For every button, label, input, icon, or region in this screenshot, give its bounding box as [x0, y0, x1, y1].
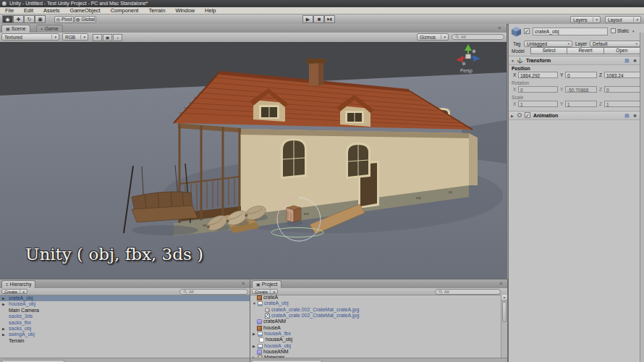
hierarchy-horizontal-scrollbar[interactable]	[0, 358, 250, 362]
project-item-crateA_obj-model[interactable]: ▼crateA_obj	[250, 300, 501, 306]
transform-component-header[interactable]: ▼ Transform ▤ ✱	[509, 56, 640, 65]
static-checkbox[interactable]	[611, 28, 616, 33]
rotate-tool-button[interactable]: ↻	[24, 15, 35, 23]
project-horizontal-scrollbar[interactable]	[250, 358, 507, 362]
rotation-z-field[interactable]: 0	[604, 86, 640, 93]
layout-dropdown[interactable]: Layout▾	[605, 16, 641, 23]
camera-projection-label[interactable]: Persp	[460, 68, 473, 73]
rotation-x-field[interactable]: 0	[518, 86, 558, 93]
menu-assets[interactable]: Assets	[38, 7, 65, 14]
animation-enabled-checkbox[interactable]: ✓	[525, 112, 530, 118]
scale-x-field[interactable]: 1	[518, 101, 558, 107]
position-y-field[interactable]: 0	[565, 72, 597, 78]
skybox-icon: ▣	[106, 35, 110, 40]
transform-icon	[517, 57, 523, 64]
skybox-toggle[interactable]: ▣	[103, 34, 112, 41]
help-book-icon[interactable]: ▤	[624, 113, 630, 119]
model-select-button[interactable]: Select	[530, 47, 567, 54]
chevron-down-icon: ▾	[51, 35, 56, 39]
menu-gameobject[interactable]: GameObject	[65, 7, 106, 14]
tab-scene[interactable]: ▦Scene	[1, 25, 30, 33]
hierarchy-search-input[interactable]: All	[179, 289, 248, 295]
gear-icon[interactable]: ✱	[633, 58, 637, 64]
tab-game[interactable]: ◗Game	[36, 25, 63, 33]
hierarchy-create-button[interactable]: Create▾	[1, 289, 27, 294]
active-checkbox[interactable]: ✓	[524, 28, 530, 34]
axis-label-x: X	[513, 87, 516, 93]
foldout-icon[interactable]: ▶	[511, 113, 514, 119]
hierarchy-item-sacks_3ds[interactable]: sacks_3ds	[0, 313, 250, 319]
scale-y-field[interactable]: 1	[565, 101, 597, 107]
project-search-input[interactable]: All	[435, 289, 501, 295]
axis-label-y: Y	[560, 87, 563, 93]
menu-help[interactable]: Help	[200, 7, 221, 14]
hierarchy-item-houseA_obj[interactable]: ▶houseA_obj	[0, 301, 250, 307]
position-label: Position	[512, 66, 530, 72]
inspector-scrollbar[interactable]	[640, 33, 644, 362]
position-z-field[interactable]: 1083.24	[604, 72, 640, 78]
lighting-toggle[interactable]: ☀	[93, 34, 102, 41]
animation-component-header[interactable]: ▶ ✓ Animation ▤ ✱	[509, 111, 640, 120]
menu-component[interactable]: Component	[106, 7, 144, 14]
audio-toggle[interactable]: ♪	[113, 34, 122, 41]
chevron-down-icon: ▾	[633, 17, 638, 22]
view-tool-button[interactable]: ◉	[2, 15, 13, 23]
scene-toolbar: Textured▾ RGB▾ ☀ ▣ ♪ Gizmos▾ All	[0, 33, 507, 43]
hierarchy-item-terrain[interactable]: Terrain	[0, 338, 250, 344]
panel-menu-icon[interactable]: ≡	[242, 280, 245, 287]
project-panel: ▣Project ≡ Create▾ All crateA ▼crateA_ob…	[250, 279, 508, 362]
project-item-crateANM[interactable]: crateANM	[250, 319, 501, 324]
scale-tool-icon: ▣	[38, 17, 43, 22]
tag-dropdown[interactable]: Untagged▾	[524, 41, 572, 47]
menu-terrain[interactable]: Terrain	[143, 7, 170, 14]
rotation-y-field[interactable]: -50.70868	[565, 86, 597, 93]
menu-file[interactable]: File	[0, 7, 19, 14]
tab-hierarchy[interactable]: ≡Hierarchy	[1, 280, 35, 288]
title-bar: Unity - Untitled - Test Unity Project - …	[0, 0, 644, 7]
global-icon: ◍	[76, 17, 80, 22]
scroll-thumb[interactable]	[502, 302, 507, 322]
window-title: Unity - Untitled - Test Unity Project - …	[9, 0, 148, 7]
gizmo-x-axis-cone[interactable]	[456, 56, 463, 62]
layer-dropdown[interactable]: Default▾	[590, 41, 640, 47]
layers-dropdown[interactable]: Layers▾	[570, 16, 601, 23]
panel-menu-icon[interactable]: ≡	[498, 25, 501, 32]
foldout-icon[interactable]: ▼	[511, 58, 514, 64]
model-revert-button[interactable]: Revert	[567, 47, 603, 54]
scene-search-input[interactable]: All	[452, 34, 504, 40]
pivot-toggle-button[interactable]: ◎ Pivot	[54, 16, 74, 23]
layer-label: Layer	[575, 41, 587, 47]
move-tool-button[interactable]: ✚	[13, 15, 24, 23]
panel-menu-icon[interactable]: ≡	[499, 280, 502, 287]
step-button[interactable]: ▶▮	[324, 15, 335, 23]
pause-button[interactable]: ▮▮	[313, 15, 324, 23]
project-create-button[interactable]: Create▾	[252, 289, 278, 294]
scene-3d-viewport[interactable]: Persp Unity ( obj, fbx, 3ds )	[0, 42, 507, 279]
global-toggle-button[interactable]: ◍ Global	[75, 16, 96, 23]
channel-dropdown[interactable]: RGB▾	[62, 33, 88, 41]
tab-project[interactable]: ▣Project	[252, 280, 281, 288]
menu-window[interactable]: Window	[170, 7, 200, 14]
scale-tool-button[interactable]: ▣	[35, 15, 46, 23]
gizmo-y-axis-cone[interactable]	[465, 44, 472, 51]
static-dropdown-arrow[interactable]: ▾	[632, 28, 635, 34]
animation-icon	[517, 113, 522, 117]
object-name-field[interactable]: crateA_obj	[533, 28, 608, 35]
gizmos-dropdown[interactable]: Gizmos▾	[417, 33, 449, 41]
help-book-icon[interactable]: ▤	[624, 58, 630, 64]
project-vertical-scrollbar[interactable]: ▲	[501, 295, 507, 358]
position-x-field[interactable]: 1864.292	[518, 72, 558, 78]
scroll-up-arrow[interactable]: ▲	[501, 295, 507, 301]
chevron-down-icon: ▾	[80, 35, 85, 39]
gear-icon[interactable]: ✱	[633, 113, 637, 119]
scene-orientation-gizmo[interactable]: Persp	[455, 43, 484, 75]
play-button[interactable]: ▶	[302, 15, 313, 23]
hierarchy-item-swingA_obj[interactable]: ▶swingA_obj	[0, 332, 250, 337]
menu-edit[interactable]: Edit	[19, 7, 38, 14]
gizmo-z-axis-cone[interactable]	[473, 55, 480, 62]
project-item-houseA_obj-file[interactable]: houseA_obj	[250, 337, 501, 342]
render-mode-dropdown[interactable]: Textured▾	[1, 33, 59, 41]
scale-z-field[interactable]: 1	[604, 101, 640, 107]
model-open-button[interactable]: Open	[603, 47, 640, 54]
model-button-group: Select Revert Open	[531, 47, 640, 54]
